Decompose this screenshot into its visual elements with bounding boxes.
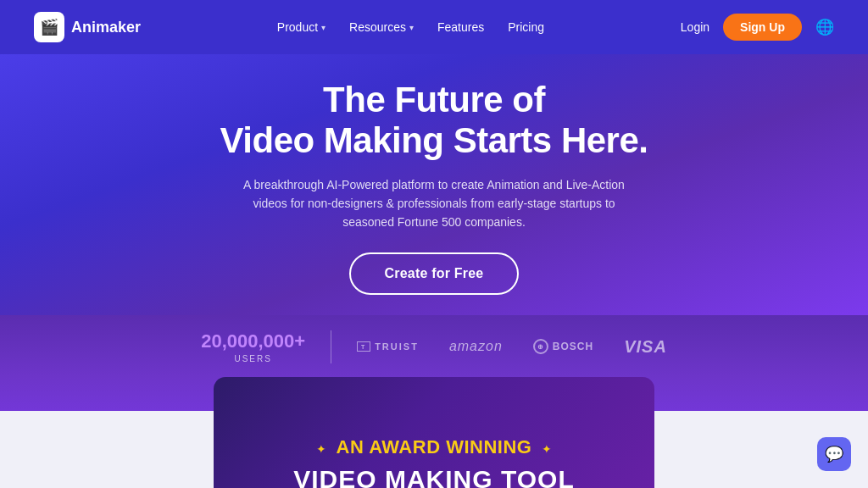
users-label: USERS xyxy=(234,354,271,363)
chat-bubble-button[interactable]: 💬 xyxy=(817,437,851,471)
cta-button[interactable]: Create for Free xyxy=(349,252,520,295)
chevron-down-icon: ▾ xyxy=(409,23,414,32)
hero-subtitle: A breakthrough AI-Powered platform to cr… xyxy=(239,175,629,232)
logo[interactable]: 🎬 Animaker xyxy=(34,12,141,42)
login-button[interactable]: Login xyxy=(681,20,709,34)
brand-visa: VISA xyxy=(624,337,667,357)
logo-icon: 🎬 xyxy=(34,12,64,42)
brand-truist: T TRUIST xyxy=(357,341,419,352)
nav-actions: Login Sign Up 🌐 xyxy=(681,14,834,41)
video-card: ✦ AN AWARD WINNING ✦ VIDEO MAKING TOOL xyxy=(214,377,654,488)
nav-product[interactable]: Product ▾ xyxy=(277,20,326,34)
bosch-circle-icon: ⊕ xyxy=(533,339,548,354)
brand-amazon: amazon xyxy=(449,339,503,354)
video-card-title: VIDEO MAKING TOOL xyxy=(293,465,574,488)
truist-box-icon: T xyxy=(357,341,370,352)
globe-icon[interactable]: 🌐 xyxy=(815,18,834,36)
logo-text: Animaker xyxy=(71,19,141,36)
header: 🎬 Animaker Product ▾ Resources ▾ Feature… xyxy=(0,0,868,54)
stats-bar: 20,000,000+ USERS T TRUIST amazon ⊕ BOSC… xyxy=(0,315,868,377)
brands-list: T TRUIST amazon ⊕ BOSCH VISA xyxy=(331,337,667,357)
award-label: AN AWARD WINNING xyxy=(337,436,532,458)
nav-features[interactable]: Features xyxy=(437,20,484,34)
main-nav: Product ▾ Resources ▾ Features Pricing xyxy=(277,20,544,34)
signup-button[interactable]: Sign Up xyxy=(723,14,802,41)
video-section: ✦ AN AWARD WINNING ✦ VIDEO MAKING TOOL xyxy=(0,377,868,488)
award-decorators: ✦ AN AWARD WINNING ✦ xyxy=(316,436,553,462)
star-right-icon: ✦ xyxy=(542,442,552,456)
stats-users: 20,000,000+ USERS xyxy=(201,330,331,363)
nav-resources[interactable]: Resources ▾ xyxy=(349,20,414,34)
hero-title: The Future of Video Making Starts Here. xyxy=(17,80,851,162)
users-count: 20,000,000+ xyxy=(201,330,305,352)
chat-icon: 💬 xyxy=(825,445,843,463)
hero-section: The Future of Video Making Starts Here. … xyxy=(0,54,868,315)
chevron-down-icon: ▾ xyxy=(321,23,326,32)
star-left-icon: ✦ xyxy=(316,442,326,456)
brand-bosch: ⊕ BOSCH xyxy=(533,339,593,354)
nav-pricing[interactable]: Pricing xyxy=(508,20,544,34)
